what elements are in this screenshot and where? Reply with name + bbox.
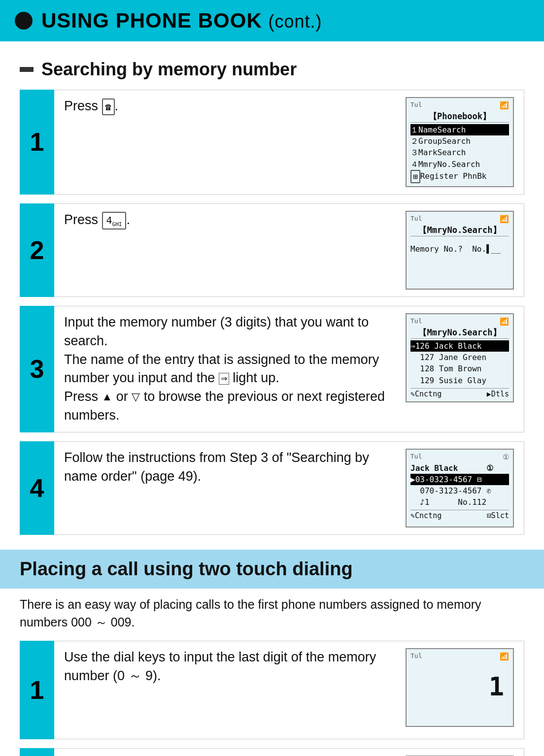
step-4-number: 4 [20, 441, 54, 535]
section2-step-1-screen: Tul 📶 1 [406, 648, 514, 727]
step-3-text: Input the memory number (3 digits) that … [64, 313, 396, 425]
section2-steps: 1 Use the dial keys to input the last di… [0, 641, 544, 756]
section2-header: Placing a call using two touch dialing [0, 550, 544, 589]
section2-step-1-number: 1 [20, 641, 54, 739]
header-circle-icon [15, 12, 33, 30]
section2-step-1: 1 Use the dial keys to input the last di… [20, 641, 524, 739]
page-title: USING PHONE BOOK (cont.) [41, 9, 322, 33]
step-4: 4 Follow the instructions from Step 3 of… [20, 441, 524, 535]
step-4-content: Follow the instructions from Step 3 of "… [54, 441, 524, 535]
step-2-text: Press 4GHI. [64, 211, 396, 230]
section2-step-1-text: Use the dial keys to input the last digi… [64, 648, 396, 686]
section2-description: There is an easy way of placing calls to… [0, 589, 544, 631]
section2-title: Placing a call using two touch dialing [20, 559, 524, 580]
step-4-screen: Tul ① Jack Black ① ▶03-0323-4567 ⊟ 070-3… [406, 449, 514, 527]
step-2-screen: Tul 📶 【MmryNo.Search】 Memory No.? No.▌__ [406, 211, 514, 290]
step-4-text: Follow the instructions from Step 3 of "… [64, 449, 396, 486]
phone-book-icon: ☎ [102, 99, 115, 115]
step-1-number: 1 [20, 90, 54, 195]
section2-step-1-content: Use the dial keys to input the last digi… [54, 641, 524, 739]
step-3-number: 3 [20, 306, 54, 432]
step-2-number: 2 [20, 203, 54, 297]
section1-header: Searching by memory number [0, 41, 544, 90]
section1-steps: 1 Press ☎. Tul 📶 【Phonebook】 １NameSearch… [0, 90, 544, 535]
step-2: 2 Press 4GHI. Tul 📶 【MmryNo.Search】 Memo… [20, 203, 524, 297]
section2-step-2-number: 2 [20, 748, 54, 756]
section2-step-2: 2 Press 📞. After the details of the entr… [20, 748, 524, 756]
step-1: 1 Press ☎. Tul 📶 【Phonebook】 １NameSearch… [20, 90, 524, 195]
4ghi-icon: 4GHI [102, 212, 127, 230]
step-1-screen: Tul 📶 【Phonebook】 １NameSearch ２GroupSear… [406, 97, 514, 187]
step-3-screen: Tul 📶 【MmryNo.Search】 ⇒126 Jack Black 12… [406, 313, 514, 402]
step-1-text: Press ☎. [64, 97, 396, 116]
page-header: USING PHONE BOOK (cont.) [0, 0, 544, 41]
step-2-content: Press 4GHI. Tul 📶 【MmryNo.Search】 Memory… [54, 203, 524, 297]
step-3: 3 Input the memory number (3 digits) tha… [20, 306, 524, 432]
step-1-content: Press ☎. Tul 📶 【Phonebook】 １NameSearch ２… [54, 90, 524, 195]
step-3-content: Input the memory number (3 digits) that … [54, 306, 524, 432]
section1-title: Searching by memory number [41, 59, 297, 80]
section-dash-icon [20, 67, 34, 72]
section2-step-2-content: Press 📞. After the details of the entry … [54, 748, 524, 756]
